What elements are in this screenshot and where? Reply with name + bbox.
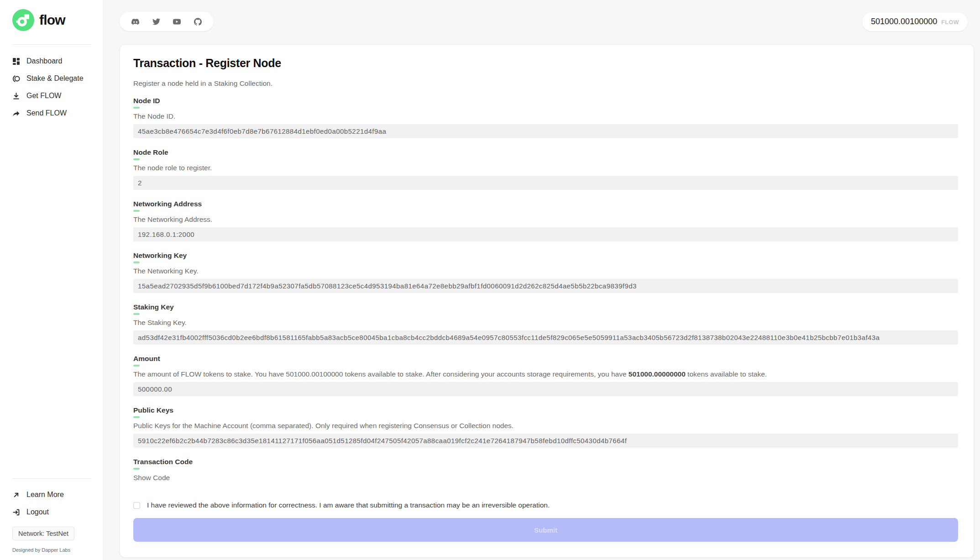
sidebar-item-label: Get FLOW (26, 92, 61, 100)
sidebar-item-logout[interactable]: Logout (12, 503, 91, 521)
field-label: Networking Address (133, 200, 958, 208)
field-node-role: Node Role The node role to register. (133, 149, 958, 190)
sidebar-footer-nav: Learn More Logout (12, 486, 91, 521)
sidebar-item-label: Send FLOW (26, 109, 67, 117)
sidebar-divider-top (12, 44, 91, 45)
confirmation-text: I have reviewed the above information fo… (147, 501, 550, 509)
field-label: Networking Key (133, 252, 958, 259)
sidebar-item-send-flow[interactable]: Send FLOW (12, 105, 91, 122)
stake-icon (12, 75, 20, 83)
github-icon[interactable] (194, 18, 202, 26)
sidebar: flow Dashboard Stake & Delegate Get FLOW (0, 0, 103, 560)
field-description: The Networking Address. (133, 216, 958, 223)
sidebar-nav: Dashboard Stake & Delegate Get FLOW Send… (12, 52, 91, 122)
field-node-id: Node ID The Node ID. (133, 97, 958, 138)
public-keys-input[interactable] (133, 434, 958, 448)
label-underline (133, 210, 140, 212)
sidebar-item-label: Logout (26, 508, 49, 516)
label-underline (133, 313, 140, 315)
field-networking-key: Networking Key The Networking Key. (133, 252, 958, 293)
topbar: 501000.00100000 FLOW (120, 12, 974, 31)
label-underline (133, 262, 140, 263)
field-public-keys: Public Keys Public Keys for the Machine … (133, 407, 958, 448)
main-area: 501000.00100000 FLOW Transaction - Regis… (103, 0, 980, 560)
sidebar-item-stake-delegate[interactable]: Stake & Delegate (12, 70, 91, 87)
sidebar-item-learn-more[interactable]: Learn More (12, 486, 91, 503)
node-role-input[interactable] (133, 176, 958, 190)
field-label: Amount (133, 355, 958, 362)
dashboard-icon (12, 58, 20, 65)
balance-unit: FLOW (941, 19, 959, 26)
submit-button[interactable]: Submit (133, 518, 958, 542)
staking-key-input[interactable] (133, 330, 958, 345)
youtube-icon[interactable] (173, 18, 181, 26)
section-transaction-code: Transaction Code Show Code (133, 458, 958, 482)
field-label: Transaction Code (133, 458, 958, 466)
label-underline (133, 107, 140, 109)
social-links-pill (120, 12, 214, 31)
field-networking-address: Networking Address The Networking Addres… (133, 200, 958, 241)
field-description: The Staking Key. (133, 319, 958, 326)
flow-wordmark: flow (39, 12, 65, 28)
sidebar-item-label: Stake & Delegate (26, 74, 84, 83)
node-id-input[interactable] (133, 124, 958, 138)
external-link-icon (12, 491, 20, 499)
discord-icon[interactable] (131, 18, 139, 26)
flow-logo-icon (12, 9, 34, 31)
field-label: Node ID (133, 97, 958, 105)
networking-key-input[interactable] (133, 279, 958, 293)
logout-icon (12, 508, 20, 516)
twitter-icon[interactable] (152, 18, 160, 26)
sidebar-footer: Learn More Logout Network: TestNet Desig… (12, 478, 91, 553)
show-code-toggle[interactable]: Show Code (133, 474, 170, 482)
confirmation-checkbox[interactable] (133, 502, 140, 509)
balance-amount: 501000.00100000 (871, 17, 937, 26)
field-label: Node Role (133, 149, 958, 156)
account-balance-pill[interactable]: 501000.00100000 FLOW (862, 13, 968, 31)
sidebar-item-label: Learn More (26, 491, 64, 499)
field-description: The amount of FLOW tokens to stake. You … (133, 371, 958, 378)
sidebar-item-label: Dashboard (26, 57, 62, 65)
available-balance-emphasis: 501000.00000000 (629, 370, 686, 378)
credit-text: Designed by Dapper Labs (12, 547, 91, 553)
sidebar-item-dashboard[interactable]: Dashboard (12, 52, 91, 70)
field-label: Public Keys (133, 407, 958, 414)
page-title: Transaction - Register Node (133, 57, 958, 70)
field-staking-key: Staking Key The Staking Key. (133, 304, 958, 345)
send-icon (12, 110, 20, 117)
label-underline (133, 158, 140, 160)
field-amount: Amount The amount of FLOW tokens to stak… (133, 355, 958, 396)
networking-address-input[interactable] (133, 227, 958, 241)
field-label: Staking Key (133, 304, 958, 311)
download-icon (12, 92, 20, 100)
transaction-card: Transaction - Register Node Register a n… (120, 44, 974, 558)
label-underline (133, 365, 140, 366)
label-underline (133, 416, 140, 418)
page-subtitle: Register a node held in a Staking Collec… (133, 79, 958, 88)
label-underline (133, 468, 140, 470)
confirmation-row: I have reviewed the above information fo… (133, 501, 958, 509)
amount-input[interactable] (133, 382, 958, 396)
flow-logo[interactable]: flow (12, 9, 91, 31)
field-description: The Networking Key. (133, 267, 958, 275)
sidebar-item-get-flow[interactable]: Get FLOW (12, 87, 91, 105)
network-badge: Network: TestNet (12, 527, 74, 540)
field-description: The node role to register. (133, 164, 958, 172)
sidebar-divider-bottom (12, 478, 91, 479)
field-description: The Node ID. (133, 113, 958, 120)
field-description: Public Keys for the Machine Account (com… (133, 422, 958, 429)
